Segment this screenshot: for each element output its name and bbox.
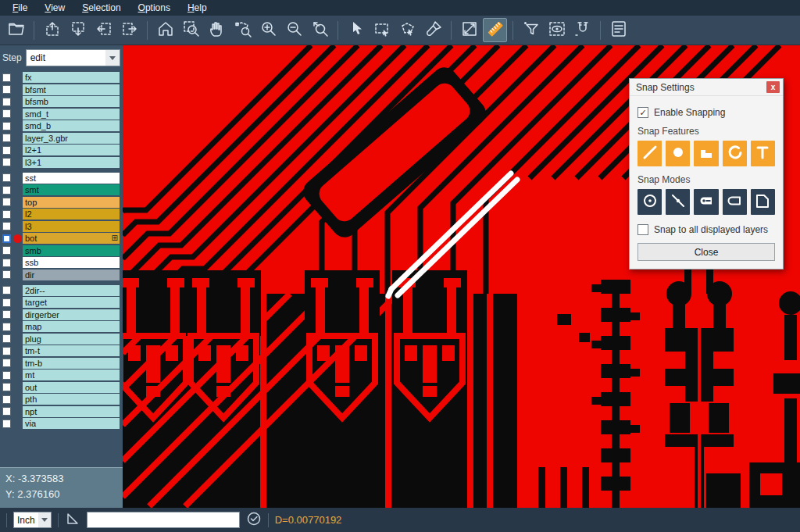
layer-label-smd_b[interactable]: smd_b: [23, 120, 120, 131]
layer-checkbox-target[interactable]: [2, 298, 11, 307]
snap-magnet-button[interactable]: [570, 18, 595, 42]
layer-label-ssb[interactable]: ssb: [23, 257, 120, 268]
layer-checkbox-dir[interactable]: [2, 270, 11, 279]
zoom-in-button[interactable]: [256, 18, 280, 42]
snap-all-layers-checkbox[interactable]: [638, 224, 648, 235]
snap-slot-filled-button[interactable]: [694, 189, 718, 215]
layer-label-map[interactable]: map: [23, 321, 120, 332]
layer-checkbox-smt[interactable]: [2, 186, 11, 195]
select-arrow-button[interactable]: [344, 18, 368, 42]
layer-label-sst[interactable]: sst: [23, 173, 120, 184]
layer-label-bot[interactable]: bot⊞: [23, 233, 120, 244]
snap-midpoint-button[interactable]: [666, 189, 690, 215]
home-button[interactable]: [153, 18, 177, 42]
layer-checkbox-l2[interactable]: [2, 210, 11, 219]
filter-button[interactable]: [519, 18, 543, 42]
layer-label-l3+1[interactable]: l3+1: [23, 157, 120, 168]
snap-surface-button[interactable]: [694, 141, 718, 166]
layer-checkbox-dirgerber[interactable]: [2, 310, 11, 319]
zoom-polygon-button[interactable]: [230, 18, 255, 42]
layer-label-via[interactable]: via: [23, 418, 120, 429]
snap-arc-button[interactable]: [723, 141, 747, 166]
layer-label-2dir--[interactable]: 2dir--: [23, 285, 120, 296]
layer-checkbox-l3+1[interactable]: [2, 158, 11, 166]
enable-snapping-checkbox[interactable]: ✓: [638, 107, 648, 118]
layer-checkbox-sst[interactable]: [2, 173, 11, 182]
check-circle-icon[interactable]: [246, 511, 262, 529]
layer-checkbox-2dir--[interactable]: [2, 286, 11, 295]
ruler-button[interactable]: [483, 18, 507, 42]
snap-center-button[interactable]: [638, 189, 662, 215]
layer-label-target[interactable]: target: [23, 297, 120, 308]
layer-label-dirgerber[interactable]: dirgerber: [23, 309, 120, 320]
chevron-down-icon[interactable]: [38, 512, 51, 527]
layer-checkbox-l3[interactable]: [2, 222, 11, 230]
zoom-window-button[interactable]: [179, 18, 203, 42]
layer-checkbox-smd_t[interactable]: [2, 109, 11, 118]
layer-checkbox-plug[interactable]: [2, 334, 11, 343]
report-button[interactable]: [606, 18, 630, 42]
menu-help[interactable]: Help: [180, 1, 215, 15]
view-eye-button[interactable]: [545, 18, 569, 42]
layer-label-pth[interactable]: pth: [23, 394, 120, 405]
layer-checkbox-tm-t[interactable]: [2, 347, 11, 355]
layer-label-bfsmb[interactable]: bfsmb: [23, 96, 120, 107]
layer-checkbox-via[interactable]: [2, 420, 11, 428]
pan-right-button[interactable]: [117, 18, 141, 42]
close-button[interactable]: Close: [638, 243, 775, 261]
snap-contour-button[interactable]: [751, 189, 775, 215]
snap-line-button[interactable]: [638, 141, 662, 166]
layer-checkbox-mt[interactable]: [2, 371, 11, 380]
layer-label-tm-t[interactable]: tm-t: [23, 345, 120, 356]
layer-label-bfsmt[interactable]: bfsmt: [23, 84, 120, 95]
layer-label-plug[interactable]: plug: [23, 334, 120, 345]
layer-checkbox-layer_3.gbr[interactable]: [2, 134, 11, 142]
layer-checkbox-l2+1[interactable]: [2, 146, 11, 155]
pan-down-button[interactable]: [66, 18, 90, 42]
select-rect-button[interactable]: [370, 18, 394, 42]
layer-checkbox-map[interactable]: [2, 323, 11, 331]
layer-label-l2[interactable]: l2: [23, 209, 120, 220]
layer-label-l3[interactable]: l3: [23, 221, 120, 232]
layer-checkbox-out[interactable]: [2, 383, 11, 391]
layer-label-out[interactable]: out: [23, 382, 120, 393]
command-input[interactable]: [87, 512, 240, 528]
snap-slot-outline-button[interactable]: [723, 189, 747, 215]
zoom-out-button[interactable]: [282, 18, 306, 42]
chevron-down-icon[interactable]: [105, 50, 120, 66]
step-dropdown[interactable]: edit: [26, 49, 120, 66]
close-icon[interactable]: x: [766, 81, 780, 93]
pan-left-button[interactable]: [91, 18, 116, 42]
layer-checkbox-bfsmt[interactable]: [2, 85, 11, 94]
zoom-previous-button[interactable]: [308, 18, 332, 42]
layer-label-tm-b[interactable]: tm-b: [23, 358, 120, 369]
layer-checkbox-smd_b[interactable]: [2, 122, 11, 130]
clear-brush-button[interactable]: [421, 18, 445, 42]
layer-label-fx[interactable]: fx: [23, 72, 120, 83]
measure-line-button[interactable]: [457, 18, 481, 42]
snap-pad-button[interactable]: [666, 141, 690, 166]
layer-label-l2+1[interactable]: l2+1: [23, 145, 120, 155]
layer-checkbox-bfsmb[interactable]: [2, 98, 11, 106]
pan-up-button[interactable]: [40, 18, 64, 42]
menu-selection[interactable]: Selection: [74, 1, 128, 15]
dialog-titlebar[interactable]: Snap Settings x: [630, 79, 783, 96]
layer-checkbox-ssb[interactable]: [2, 259, 11, 267]
layer-checkbox-smb[interactable]: [2, 246, 11, 255]
open-folder-button[interactable]: [4, 18, 28, 42]
layer-label-smd_t[interactable]: smd_t: [23, 109, 120, 120]
layer-checkbox-bot[interactable]: [2, 234, 11, 243]
layer-checkbox-npt[interactable]: [2, 407, 11, 416]
layer-label-dir[interactable]: dir: [23, 270, 120, 280]
layer-label-smb[interactable]: smb: [23, 245, 120, 256]
layer-checkbox-pth[interactable]: [2, 395, 11, 404]
layer-label-layer_3.gbr[interactable]: layer_3.gbr: [23, 133, 120, 144]
layer-checkbox-tm-b[interactable]: [2, 359, 11, 367]
select-polygon-button[interactable]: [395, 18, 420, 42]
layer-label-top[interactable]: top: [23, 197, 120, 208]
layer-label-mt[interactable]: mt: [23, 370, 120, 380]
unit-select[interactable]: Inch: [13, 512, 52, 528]
menu-file[interactable]: File: [5, 1, 35, 15]
angle-corner-icon[interactable]: [65, 511, 80, 529]
menu-view[interactable]: View: [37, 1, 73, 15]
